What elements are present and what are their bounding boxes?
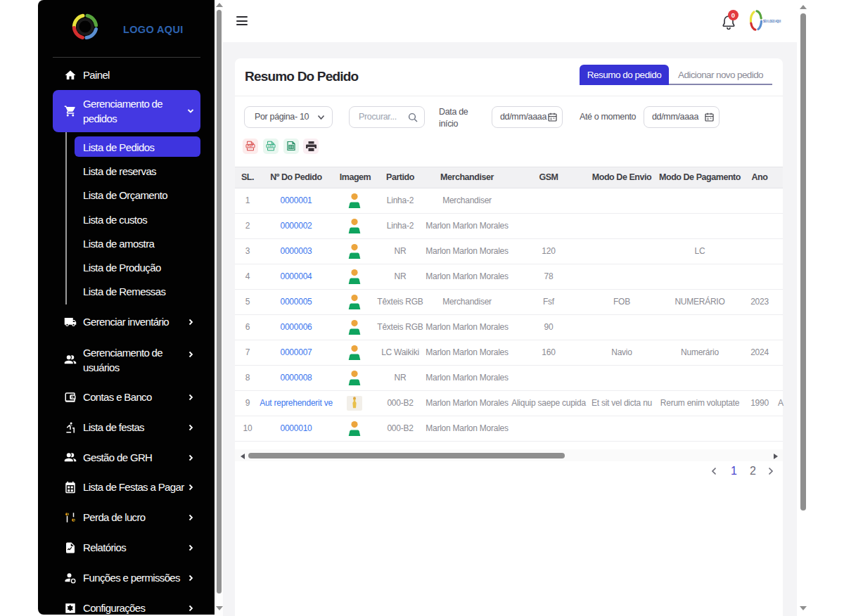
svg-text:SEU LOGO AQUI: SEU LOGO AQUI <box>763 19 781 23</box>
svg-text:CSV: CSV <box>268 145 274 148</box>
svg-text:PDF: PDF <box>248 145 253 148</box>
